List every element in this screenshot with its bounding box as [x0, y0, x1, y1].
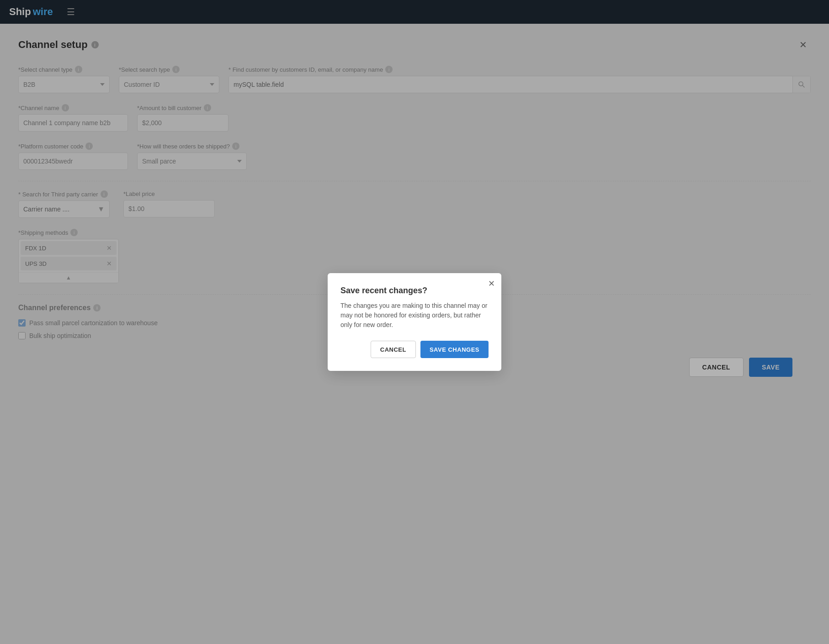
- modal-title: Save recent changes?: [340, 286, 489, 296]
- modal-save-changes-button[interactable]: SAVE CHANGES: [420, 341, 489, 358]
- modal-cancel-button[interactable]: CANCEL: [371, 341, 416, 358]
- modal-actions: CANCEL SAVE CHANGES: [340, 341, 489, 358]
- modal-overlay: ✕ Save recent changes? The changes you a…: [0, 0, 829, 644]
- save-changes-modal: ✕ Save recent changes? The changes you a…: [328, 273, 501, 371]
- modal-body: The changes you are making to this chann…: [340, 301, 489, 330]
- modal-close-button[interactable]: ✕: [488, 279, 495, 289]
